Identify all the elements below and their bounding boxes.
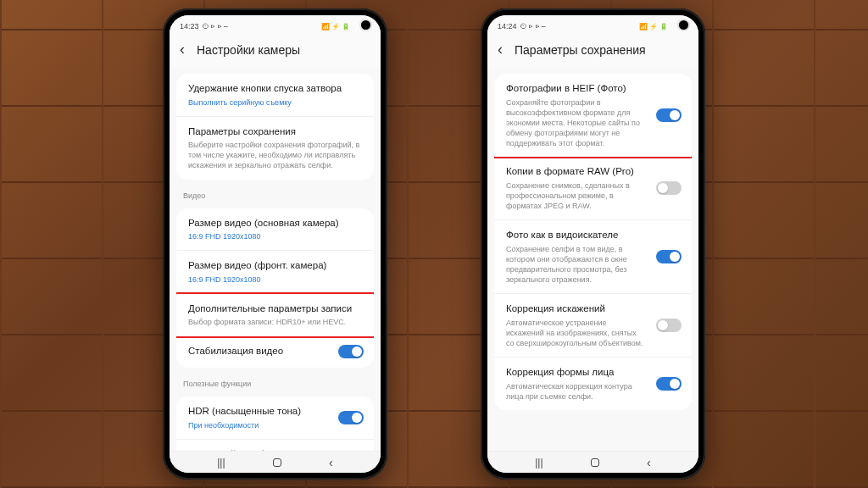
item-sub: При необходимости <box>188 420 362 430</box>
item-video-size-main[interactable]: Размер видео (основная камера) 16:9 FHD … <box>176 208 374 252</box>
screen-right: 14:24 ⏲ ▷ ▷ ⋯ 📶 ⚡ 🔋 ‹ Параметры сохранен… <box>487 15 698 473</box>
settings-content[interactable]: Удержание кнопки спуска затвора Выполнит… <box>170 69 381 451</box>
item-title: Копии в формате RAW (Pro) <box>506 165 680 179</box>
item-sub: Выберите настройки сохранения фотографий… <box>188 140 362 170</box>
camera-hole <box>361 20 370 30</box>
item-title: Стабилизация видео <box>188 345 362 358</box>
screen-left: 14:23 ⏲ ▷ ▷ ⋯ 📶 ⚡ 🔋 ‹ Настройки камеры У… <box>170 15 381 473</box>
phone-right: 14:24 ⏲ ▷ ▷ ⋯ 📶 ⚡ 🔋 ‹ Параметры сохранен… <box>481 8 705 480</box>
page-title: Настройки камеры <box>197 43 300 57</box>
item-title: Удержание кнопки спуска затвора <box>188 82 362 96</box>
status-icons-right: 📶 ⚡ 🔋 <box>321 23 350 30</box>
card-useful: HDR (насыщенные тона) При необходимости … <box>176 396 374 451</box>
item-sub: Сохраняйте фотографии в высокоэффективно… <box>506 97 680 149</box>
item-title: Следящий автофокус <box>188 448 362 451</box>
item-sub: Выполнить серийную съемку <box>188 97 362 108</box>
page-title: Параметры сохранения <box>515 43 646 57</box>
card-video: Размер видео (основная камера) 16:9 FHD … <box>176 208 374 368</box>
item-title: Параметры сохранения <box>188 125 362 139</box>
item-as-previewed[interactable]: Фото как в видоискателе Сохранение селфи… <box>494 220 692 294</box>
item-title: HDR (насыщенные тона) <box>188 405 362 419</box>
toggle-as-previewed[interactable] <box>656 250 682 263</box>
card-photos: Удержание кнопки спуска затвора Выполнит… <box>176 74 374 180</box>
item-sub: Выбор формата записи: HDR10+ или HEVC. <box>188 317 362 327</box>
status-bar: 14:23 ⏲ ▷ ▷ ⋯ 📶 ⚡ 🔋 <box>170 15 381 34</box>
nav-bar: ||| ‹ <box>487 451 698 473</box>
toggle-heif[interactable] <box>656 108 682 122</box>
toggle-stabilization[interactable] <box>338 345 364 358</box>
nav-home-icon[interactable] <box>273 458 281 467</box>
item-shutter-hold[interactable]: Удержание кнопки спуска затвора Выполнит… <box>176 74 374 117</box>
item-sub: Автоматическое устранение искажений на и… <box>506 318 680 348</box>
header: ‹ Настройки камеры <box>170 34 381 69</box>
phone-left: 14:23 ⏲ ▷ ▷ ⋯ 📶 ⚡ 🔋 ‹ Настройки камеры У… <box>163 8 387 480</box>
item-video-size-front[interactable]: Размер видео (фронт. камера) 16:9 FHD 19… <box>176 251 374 294</box>
item-sub: Автоматическая коррекция контура лица пр… <box>506 381 680 402</box>
item-hdr[interactable]: HDR (насыщенные тона) При необходимости <box>176 396 374 440</box>
status-icons-right: 📶 ⚡ 🔋 <box>639 23 668 30</box>
item-raw[interactable]: Копии в формате RAW (Pro) Сохранение сни… <box>494 157 692 220</box>
back-icon[interactable]: ‹ <box>494 39 506 60</box>
item-title: Фото как в видоискателе <box>506 229 680 242</box>
item-face-shape[interactable]: Коррекция формы лица Автоматическая корр… <box>494 358 692 410</box>
toggle-raw[interactable] <box>656 181 682 195</box>
item-title: Размер видео (основная камера) <box>188 217 362 230</box>
card-save-options: Фотографии в HEIF (Фото) Сохраняйте фото… <box>494 74 692 410</box>
item-title: Фотографии в HEIF (Фото) <box>506 82 680 96</box>
item-title: Дополнительные параметры записи <box>188 302 362 316</box>
nav-back-icon[interactable]: ‹ <box>329 456 333 469</box>
status-time: 14:23 <box>180 22 199 30</box>
nav-recent-icon[interactable]: ||| <box>535 457 542 469</box>
section-video: Видео <box>170 185 381 203</box>
toggle-distortion[interactable] <box>656 319 682 332</box>
status-bar: 14:24 ⏲ ▷ ▷ ⋯ 📶 ⚡ 🔋 <box>487 15 698 34</box>
item-stabilization[interactable]: Стабилизация видео <box>176 336 374 369</box>
item-distortion-correction[interactable]: Коррекция искажений Автоматическое устра… <box>494 294 692 358</box>
toggle-hdr[interactable] <box>338 411 364 424</box>
status-time: 14:24 <box>498 22 517 30</box>
nav-back-icon[interactable]: ‹ <box>647 456 651 469</box>
nav-bar: ||| ‹ <box>170 451 381 473</box>
item-tracking-af[interactable]: Следящий автофокус Сохранение фокусировк… <box>176 440 374 451</box>
item-sub: 16:9 FHD 1920x1080 <box>188 274 362 285</box>
item-save-params[interactable]: Параметры сохранения Выберите настройки … <box>176 117 374 180</box>
item-title: Размер видео (фронт. камера) <box>188 259 362 273</box>
item-title: Коррекция искажений <box>506 302 680 316</box>
item-sub: Сохранение селфи в том виде, в котором о… <box>506 244 680 286</box>
item-sub: Сохранение снимков, сделанных в професси… <box>506 180 680 211</box>
back-icon[interactable]: ‹ <box>176 39 188 60</box>
nav-home-icon[interactable] <box>591 458 599 467</box>
section-useful: Полезные функции <box>170 373 381 391</box>
settings-content[interactable]: Фотографии в HEIF (Фото) Сохраняйте фото… <box>487 69 698 451</box>
status-icons-left: ⏲ ▷ ▷ ⋯ <box>202 22 229 30</box>
status-icons-left: ⏲ ▷ ▷ ⋯ <box>520 22 547 30</box>
header: ‹ Параметры сохранения <box>487 34 698 69</box>
nav-recent-icon[interactable]: ||| <box>217 457 225 469</box>
item-sub: 16:9 FHD 1920x1080 <box>188 231 362 241</box>
item-heif[interactable]: Фотографии в HEIF (Фото) Сохраняйте фото… <box>494 74 692 158</box>
camera-hole <box>679 20 688 30</box>
item-advanced-recording[interactable]: Дополнительные параметры записи Выбор фо… <box>176 292 374 338</box>
item-title: Коррекция формы лица <box>506 366 680 380</box>
toggle-face-shape[interactable] <box>656 377 682 391</box>
